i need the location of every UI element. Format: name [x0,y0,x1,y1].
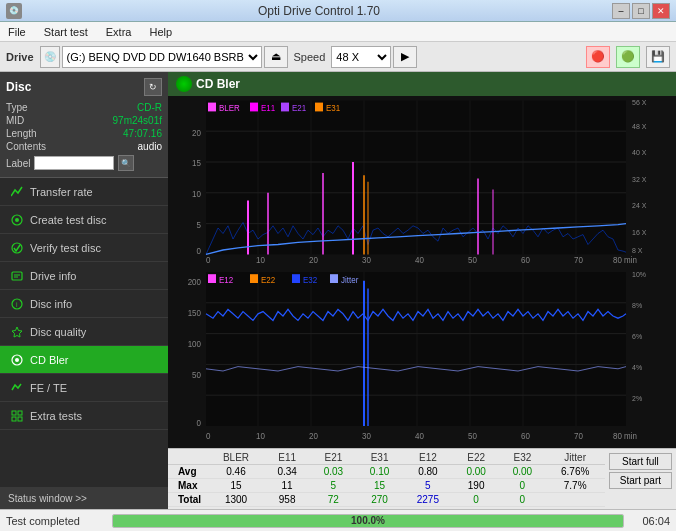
stats-area: BLER E11 E21 E31 E12 E22 E32 Jitter [168,448,676,509]
stats-avg-bler: 0.46 [208,465,264,479]
disc-contents-value: audio [138,141,162,152]
sidebar-item-cd-bler[interactable]: CD Bler [0,346,168,374]
start-button[interactable]: 🟢 [616,46,640,68]
disc-length-label: Length [6,128,37,139]
svg-rect-86 [208,274,216,283]
svg-text:0: 0 [197,246,202,256]
stats-total-e22: 0 [453,493,499,507]
nav-items: Transfer rate Create test disc Verify te… [0,178,168,487]
menu-starttest[interactable]: Start test [40,24,92,40]
speed-select[interactable]: 48 X [331,46,391,68]
drive-icon: 💿 [40,46,60,68]
svg-rect-90 [292,274,300,283]
minimize-button[interactable]: – [612,3,630,19]
disc-refresh-button[interactable]: ↻ [144,78,162,96]
menu-extra[interactable]: Extra [102,24,136,40]
stats-avg-e32: 0.00 [499,465,545,479]
create-test-disc-icon [10,213,24,227]
start-part-button[interactable]: Start part [609,472,672,489]
stats-max-e11: 11 [264,479,310,493]
sidebar: Disc ↻ Type CD-R MID 97m24s01f Length 47… [0,72,168,509]
disc-contents-label: Contents [6,141,46,152]
svg-text:80 min: 80 min [613,255,637,265]
chart-disc-icon [176,76,192,92]
svg-rect-43 [281,103,289,112]
charts-area: 20 15 10 5 0 56 X 48 X 40 X 32 X 24 X 16… [168,96,676,448]
svg-rect-13 [18,417,22,421]
start-full-button[interactable]: Start full [609,453,672,470]
sidebar-item-disc-quality[interactable]: Disc quality [0,318,168,346]
disc-label-input[interactable] [34,156,114,170]
svg-text:E11: E11 [261,103,276,113]
sidebar-item-label-drive-info: Drive info [30,270,76,282]
sidebar-item-transfer-rate[interactable]: Transfer rate [0,178,168,206]
svg-text:60: 60 [521,431,530,441]
sidebar-item-label-fe-te: FE / TE [30,382,67,394]
svg-text:15: 15 [192,158,201,168]
col-header-e11: E11 [264,451,310,465]
time-display: 06:04 [630,515,670,527]
speed-apply-button[interactable]: ▶ [393,46,417,68]
col-header-blank [168,451,208,465]
stats-max-label: Max [168,479,208,493]
svg-text:10: 10 [192,189,201,199]
sidebar-item-label-extra-tests: Extra tests [30,410,82,422]
col-header-e12: E12 [403,451,453,465]
status-complete-text: Test completed [6,515,106,527]
sidebar-item-drive-info[interactable]: Drive info [0,262,168,290]
svg-text:4%: 4% [632,363,643,372]
svg-text:E21: E21 [292,103,307,113]
sidebar-item-create-test-disc[interactable]: Create test disc [0,206,168,234]
drive-eject-button[interactable]: ⏏ [264,46,288,68]
svg-text:70: 70 [574,431,583,441]
svg-text:50: 50 [468,431,477,441]
sidebar-item-extra-tests[interactable]: Extra tests [0,402,168,430]
svg-text:200: 200 [188,277,202,287]
chart-svg: 20 15 10 5 0 56 X 48 X 40 X 32 X 24 X 16… [168,96,676,448]
stats-max-jitter: 7.7% [546,479,605,493]
sidebar-item-verify-test-disc[interactable]: Verify test disc [0,234,168,262]
sidebar-item-label-create-test-disc: Create test disc [30,214,106,226]
sidebar-item-fe-te[interactable]: FE / TE [0,374,168,402]
svg-text:50: 50 [468,255,477,265]
svg-text:E31: E31 [326,103,341,113]
stats-max-e32: 0 [499,479,545,493]
main-area: Disc ↻ Type CD-R MID 97m24s01f Length 47… [0,72,676,509]
svg-rect-88 [250,274,258,283]
sidebar-item-disc-info[interactable]: i Disc info [0,290,168,318]
menu-file[interactable]: File [4,24,30,40]
svg-rect-41 [250,103,258,112]
svg-text:20: 20 [192,127,201,137]
cd-bler-icon [10,353,24,367]
stats-total-e11: 958 [264,493,310,507]
maximize-button[interactable]: □ [632,3,650,19]
stats-avg-e12: 0.80 [403,465,453,479]
col-header-e21: E21 [310,451,356,465]
svg-text:80 min: 80 min [613,431,637,441]
status-window-toggle[interactable]: Status window >> [0,487,168,509]
extra-tests-icon [10,409,24,423]
save-button[interactable]: 💾 [646,46,670,68]
sidebar-item-label-verify-test-disc: Verify test disc [30,242,101,254]
disc-panel: Disc ↻ Type CD-R MID 97m24s01f Length 47… [0,72,168,178]
svg-text:0: 0 [206,255,211,265]
svg-text:48 X: 48 X [632,122,646,131]
svg-text:24 X: 24 X [632,201,646,210]
close-button[interactable]: ✕ [652,3,670,19]
stats-total-label: Total [168,493,208,507]
col-header-jitter: Jitter [546,451,605,465]
svg-text:50: 50 [192,369,201,379]
disc-label-icon-button[interactable]: 🔍 [118,155,134,171]
reset-button[interactable]: 🔴 [586,46,610,68]
stat-buttons: Start full Start part [605,451,676,507]
svg-rect-10 [12,411,16,415]
drive-bar: Drive 💿 (G:) BENQ DVD DD DW1640 BSRB ⏏ S… [0,42,676,72]
menu-help[interactable]: Help [145,24,176,40]
drive-select[interactable]: (G:) BENQ DVD DD DW1640 BSRB [62,46,262,68]
svg-text:56 X: 56 X [632,97,646,106]
col-header-bler: BLER [208,451,264,465]
stats-total-e32: 0 [499,493,545,507]
progress-percent-text: 100.0% [351,515,385,526]
svg-text:0: 0 [197,418,202,428]
status-window-label: Status window >> [8,493,87,504]
